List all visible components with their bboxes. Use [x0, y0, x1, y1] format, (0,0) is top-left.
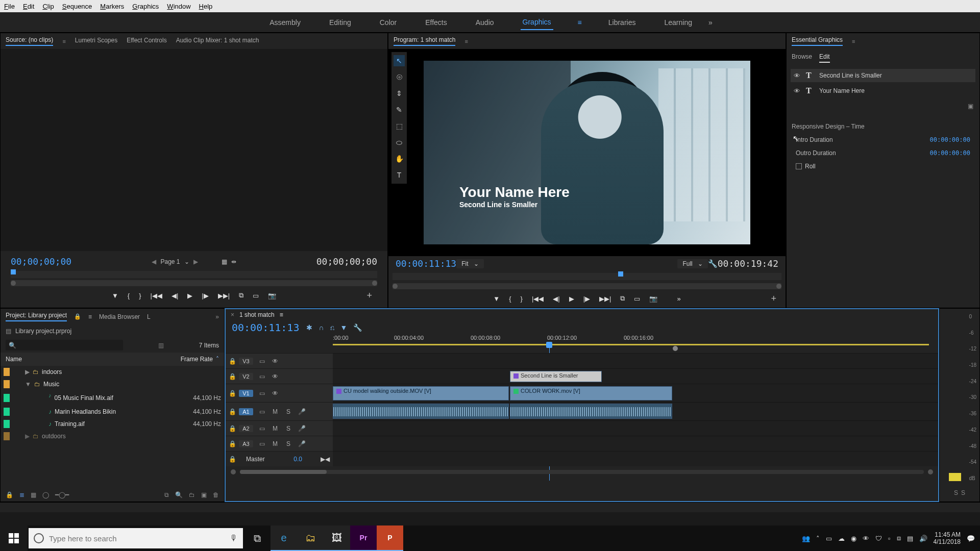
hand-tool-icon[interactable]: ✋	[394, 153, 405, 164]
project-clip-row[interactable]: ♪ Marin Headlands Bikin 44,100 Hz	[1, 406, 224, 418]
filter-bin-icon[interactable]: ▥	[158, 342, 164, 349]
step-back-icon[interactable]: ◀|	[553, 295, 559, 303]
find-icon[interactable]: 🔍	[175, 491, 183, 498]
collapse-icon[interactable]: ▼	[25, 381, 31, 388]
battery-icon[interactable]: ▭	[826, 535, 832, 542]
insert-sequence-icon[interactable]: ✱	[306, 323, 312, 332]
task-view-icon[interactable]: ⧉	[244, 525, 271, 551]
program-time-ruler[interactable]	[393, 273, 781, 280]
settings-wrench-icon[interactable]: 🔧	[708, 259, 718, 268]
new-item-icon[interactable]: ▣	[201, 491, 207, 498]
work-area-end[interactable]	[673, 346, 678, 351]
dropbox-tray-icon[interactable]: ⧈	[897, 534, 901, 542]
delete-icon[interactable]: 🗑	[213, 491, 219, 498]
track-name[interactable]: A1	[239, 408, 253, 415]
resolution-dropdown[interactable]: Full⌄	[677, 259, 707, 268]
export-frame-icon[interactable]: 📷	[268, 292, 276, 299]
track-name[interactable]: Master	[246, 456, 265, 463]
taskbar-search-input[interactable]	[49, 534, 225, 543]
tab-libraries-short[interactable]: L	[147, 313, 151, 320]
go-to-out-icon[interactable]: ▶▶|	[599, 295, 611, 303]
mute-icon[interactable]: M	[271, 408, 280, 415]
video-clip[interactable]: CU model walking outside.MOV [V]	[333, 386, 509, 400]
menu-file[interactable]: FFileile	[4, 3, 15, 10]
source-page-selector[interactable]: ◀ Page 1 ⌄ ▶ ▦ ⇹	[152, 258, 236, 265]
solo-icon[interactable]: S	[284, 425, 293, 432]
menu-sequence[interactable]: Sequence	[62, 3, 92, 10]
button-editor-icon[interactable]: +	[771, 293, 776, 304]
overwrite-icon[interactable]: ▭	[253, 292, 259, 299]
mute-icon[interactable]: M	[271, 440, 280, 447]
menu-clip[interactable]: Clip	[42, 3, 54, 10]
go-to-in-icon[interactable]: |◀◀	[151, 292, 162, 299]
write-lock-icon[interactable]: 🔒	[6, 491, 13, 498]
photos-app-icon[interactable]: 🖼	[324, 525, 350, 551]
source-time-ruler[interactable]	[11, 271, 377, 278]
menu-graphics[interactable]: Graphics	[132, 3, 159, 10]
track-lock-icon[interactable]: 🔒	[229, 440, 235, 447]
type-tool-icon[interactable]: T	[394, 169, 405, 181]
track-lock-icon[interactable]: 🔒	[229, 358, 235, 365]
zoom-handle-right[interactable]	[372, 281, 377, 286]
safe-margins-icon[interactable]: ▦	[222, 258, 227, 265]
workspace-graphics[interactable]: Graphics	[521, 15, 553, 30]
toggle-sync-lock-icon[interactable]: ▭	[257, 408, 266, 415]
workspace-learning[interactable]: Learning	[662, 15, 694, 30]
master-gain[interactable]: 0.0	[293, 456, 302, 463]
snap-icon[interactable]: ∩	[318, 323, 324, 332]
tray-chevron-up-icon[interactable]: ˄	[816, 535, 820, 542]
tab-source-noclips[interactable]: Source: (no clips)	[6, 36, 53, 46]
play-icon[interactable]: ▶	[569, 295, 574, 303]
chrome-tray-icon[interactable]: ◉	[851, 535, 856, 542]
col-framerate[interactable]: Frame Rate	[157, 356, 213, 363]
track-lock-icon[interactable]: 🔒	[229, 425, 235, 432]
voiceover-icon[interactable]: 🎤	[297, 408, 306, 415]
track-lock-icon[interactable]: 🔒	[229, 373, 235, 380]
project-columns-header[interactable]: Name Frame Rate ˄	[1, 353, 224, 366]
menu-edit[interactable]: Edit	[23, 3, 34, 10]
visibility-eye-icon[interactable]: 👁	[794, 87, 801, 95]
track-lock-icon[interactable]: 🔒	[229, 390, 235, 397]
toggle-track-output-icon[interactable]: 👁	[271, 373, 280, 380]
project-search-input[interactable]: 🔍	[6, 340, 123, 350]
toggle-sync-lock-icon[interactable]: ▭	[257, 425, 266, 432]
project-bin-row[interactable]: ▶ 🗀 outdoors	[1, 430, 224, 442]
program-panel-menu-icon[interactable]: ≡	[464, 38, 468, 44]
onedrive-icon[interactable]: ☁	[838, 535, 845, 542]
project-clip-row[interactable]: ♪ 05 Music Final Mix.aif 44,100 Hz	[1, 390, 224, 406]
source-zoom-scrollbar[interactable]	[11, 280, 377, 286]
overlay-settings-icon[interactable]: ⇹	[231, 258, 236, 265]
icon-view-icon[interactable]: ▦	[31, 491, 36, 498]
tab-program[interactable]: Program: 1 shot match	[394, 36, 455, 46]
extract-icon[interactable]: ▭	[634, 295, 640, 303]
action-center-icon[interactable]: 💬	[967, 535, 975, 542]
new-bin-icon[interactable]: 🗀	[189, 491, 195, 498]
export-frame-icon[interactable]: 📷	[649, 295, 657, 303]
toggle-sync-lock-icon[interactable]: ▭	[257, 440, 266, 447]
source-playhead-icon[interactable]	[11, 269, 16, 274]
project-bin-row[interactable]: ▶ 🗀 indoors	[1, 366, 224, 378]
lift-icon[interactable]: ⧉	[620, 294, 625, 303]
zoom-handle-left[interactable]	[11, 281, 16, 286]
toggle-track-output-icon[interactable]: 👁	[271, 358, 280, 365]
source-panel-menu-icon[interactable]: ≡	[62, 38, 65, 44]
zoom-slider[interactable]: ━◯━	[55, 491, 69, 498]
mark-in-icon[interactable]: {	[509, 295, 511, 303]
zoom-handle-left[interactable]	[231, 469, 236, 474]
add-marker-icon[interactable]: ▼	[493, 295, 500, 303]
app-tray-icon[interactable]: ▫	[888, 535, 891, 542]
expand-icon[interactable]: ▶	[25, 433, 30, 440]
list-view-icon[interactable]: ≣	[19, 491, 24, 498]
workspace-assembly[interactable]: Assembly	[267, 15, 303, 30]
workspace-effects[interactable]: Effects	[423, 15, 449, 30]
solo-left-button[interactable]: S	[954, 489, 958, 496]
timeline-ruler[interactable]: :00:00 00:00:04:00 00:00:08:00 00:00:12:…	[333, 335, 938, 353]
project-panel-menu-icon[interactable]: ≡	[88, 313, 92, 320]
button-editor-icon[interactable]: +	[366, 290, 372, 301]
panel-overflow-icon[interactable]: »	[215, 313, 219, 320]
mute-icon[interactable]: M	[271, 425, 280, 432]
roll-checkbox-row[interactable]: Roll	[787, 160, 979, 173]
mark-in-icon[interactable]: {	[128, 292, 130, 299]
go-to-in-icon[interactable]: |◀◀	[532, 295, 544, 303]
step-forward-icon[interactable]: |▶	[583, 295, 590, 303]
